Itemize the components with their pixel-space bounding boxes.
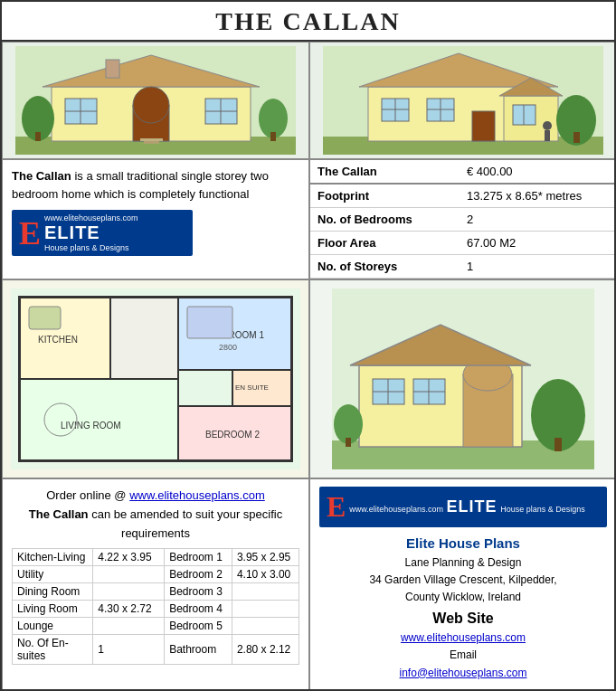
room-size2: 3.95 x 2.95 bbox=[232, 549, 299, 566]
description-cell: The Callan is a small traditional single… bbox=[2, 159, 309, 279]
specs-row: No. of Bedrooms2 bbox=[310, 208, 616, 232]
website-label: Web Site bbox=[319, 607, 607, 630]
room-row: Kitchen-Living4.22 x 3.95Bedroom 13.95 x… bbox=[13, 549, 299, 566]
room-size2: 2.80 x 2.12 bbox=[232, 635, 299, 665]
order-cell: Order online @ www.elitehouseplans.com T… bbox=[2, 478, 309, 690]
svg-rect-49 bbox=[20, 379, 178, 460]
contact-address2: County Wicklow, Ireland bbox=[319, 589, 607, 606]
logo2-url: www.elitehouseplans.com bbox=[349, 505, 443, 514]
svg-text:EN SUITE: EN SUITE bbox=[235, 383, 269, 392]
spec-value: € 400.00 bbox=[460, 160, 616, 184]
svg-text:BEDROOM 2: BEDROOM 2 bbox=[205, 430, 260, 440]
spec-value: 67.00 M2 bbox=[460, 232, 616, 255]
house-front-illustration bbox=[15, 46, 296, 155]
contact-address1: 34 Garden Village Crescent, Kilpedder, bbox=[319, 572, 607, 589]
spec-label: No. of Storeys bbox=[310, 255, 460, 279]
room-name: Lounge bbox=[13, 618, 93, 635]
main-grid: The Callan is a small traditional single… bbox=[2, 42, 616, 690]
side-front-view-cell bbox=[309, 42, 616, 159]
house-angle-illustration bbox=[323, 46, 603, 155]
floor-plan-cell: BEDROOM 1 2800 EN SUITE BEDROOM 2 KITCHE… bbox=[2, 279, 309, 478]
spec-label: No. of Bedrooms bbox=[310, 208, 460, 232]
contact-info: Elite House Plans Lane Planning & Design… bbox=[319, 533, 607, 682]
front-view-cell bbox=[2, 42, 309, 159]
logo2-text-block: www.elitehouseplans.com ELITE House plan… bbox=[349, 497, 584, 516]
order-text: Order online @ www.elitehouseplans.com T… bbox=[12, 487, 299, 543]
room-name: Utility bbox=[13, 566, 93, 583]
room-size2: 4.10 x 3.00 bbox=[232, 566, 299, 583]
specs-row: Footprint13.275 x 8.65* metres bbox=[310, 184, 616, 208]
room-size bbox=[93, 618, 165, 635]
company-name: Elite House Plans bbox=[319, 533, 607, 554]
specs-table: The Callan€ 400.00Footprint13.275 x 8.65… bbox=[310, 160, 616, 279]
order-link[interactable]: www.elitehouseplans.com bbox=[129, 488, 265, 502]
svg-point-36 bbox=[543, 121, 552, 130]
spec-value: 2 bbox=[460, 208, 616, 232]
logo-name: ELITE bbox=[44, 222, 138, 243]
room-name2: Bedroom 2 bbox=[165, 566, 232, 583]
spec-value: 13.275 x 8.65* metres bbox=[460, 184, 616, 208]
logo-text-block: www.elitehouseplans.com ELITE House plan… bbox=[44, 213, 138, 252]
room-name: Living Room bbox=[13, 601, 93, 618]
elite-logo: E www.elitehouseplans.com ELITE House pl… bbox=[12, 210, 193, 256]
logo2-tagline: House plans & Designs bbox=[500, 505, 585, 514]
svg-rect-54 bbox=[187, 307, 232, 338]
room-row: LoungeBedroom 5 bbox=[13, 618, 299, 635]
room-name: Kitchen-Living bbox=[13, 549, 93, 566]
logo-tagline: House plans & Designs bbox=[44, 243, 138, 252]
svg-rect-33 bbox=[472, 111, 495, 141]
room-name2: Bedroom 1 bbox=[165, 549, 232, 566]
contact-cell: E www.elitehouseplans.com ELITE House pl… bbox=[309, 478, 616, 690]
specs-row: Floor Area67.00 M2 bbox=[310, 232, 616, 255]
email-link[interactable]: info@elitehouseplans.com bbox=[400, 667, 527, 679]
email-label: Email bbox=[319, 647, 607, 664]
spec-label: The Callan bbox=[310, 160, 460, 184]
room-name2: Bedroom 4 bbox=[165, 601, 232, 618]
room-size2 bbox=[232, 618, 299, 635]
spec-value: 1 bbox=[460, 255, 616, 279]
logo2-e-letter: E bbox=[327, 490, 346, 524]
room-row: Dining RoomBedroom 3 bbox=[13, 583, 299, 601]
svg-rect-70 bbox=[346, 438, 351, 447]
room-row: Living Room4.30 x 2.72Bedroom 4 bbox=[13, 601, 299, 618]
elite-logo2: E www.elitehouseplans.com ELITE House pl… bbox=[319, 487, 607, 527]
floor-plan-svg: BEDROOM 1 2800 EN SUITE BEDROOM 2 KITCHE… bbox=[11, 289, 300, 469]
room-size2 bbox=[232, 601, 299, 618]
svg-rect-68 bbox=[554, 438, 562, 451]
specs-row: No. of Storeys1 bbox=[310, 255, 616, 279]
spec-label: Footprint bbox=[310, 184, 460, 208]
room-name: Dining Room bbox=[13, 583, 93, 601]
svg-rect-4 bbox=[106, 60, 119, 78]
logo2-name: ELITE bbox=[447, 497, 498, 516]
room-size: 1 bbox=[93, 635, 165, 665]
room-size bbox=[93, 566, 165, 583]
svg-text:KITCHEN: KITCHEN bbox=[38, 335, 78, 345]
page-title-bar: THE CALLAN bbox=[2, 2, 614, 42]
svg-rect-18 bbox=[144, 141, 159, 144]
svg-rect-37 bbox=[545, 130, 550, 141]
room-size: 4.22 x 3.95 bbox=[93, 549, 165, 566]
svg-point-6 bbox=[133, 87, 169, 123]
svg-text:2800: 2800 bbox=[219, 343, 237, 352]
room-name2: Bedroom 5 bbox=[165, 618, 232, 635]
room-row: No. Of En-suites1Bathroom2.80 x 2.12 bbox=[13, 635, 299, 665]
svg-rect-17 bbox=[140, 138, 163, 141]
side-house-svg bbox=[332, 289, 594, 469]
logo-url: www.elitehouseplans.com bbox=[44, 213, 138, 222]
room-size2 bbox=[232, 583, 299, 601]
side-view-cell bbox=[309, 279, 616, 478]
page-title: THE CALLAN bbox=[2, 7, 614, 36]
website-link[interactable]: www.elitehouseplans.com bbox=[401, 631, 526, 644]
description-text: The Callan is a small traditional single… bbox=[12, 167, 299, 203]
svg-rect-14 bbox=[35, 132, 41, 141]
spec-label: Floor Area bbox=[310, 232, 460, 255]
room-size: 4.30 x 2.72 bbox=[93, 601, 165, 618]
svg-rect-35 bbox=[573, 132, 580, 143]
room-size bbox=[93, 583, 165, 601]
logo-e-letter: E bbox=[19, 217, 41, 250]
room-name: No. Of En-suites bbox=[13, 635, 93, 665]
contact-sub: Lane Planning & Design bbox=[319, 554, 607, 572]
svg-rect-51 bbox=[110, 298, 178, 379]
svg-rect-52 bbox=[29, 307, 61, 329]
rooms-table: Kitchen-Living4.22 x 3.95Bedroom 13.95 x… bbox=[12, 548, 299, 665]
